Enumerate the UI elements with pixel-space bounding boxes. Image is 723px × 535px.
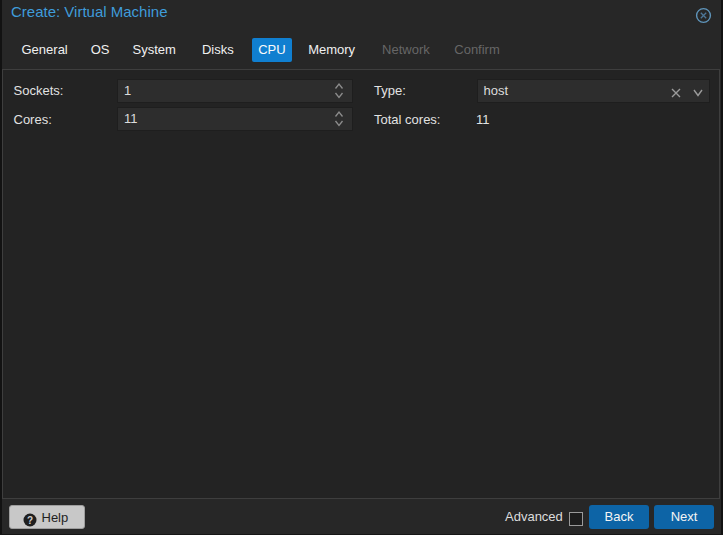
svg-text:?: ? [27,514,33,525]
